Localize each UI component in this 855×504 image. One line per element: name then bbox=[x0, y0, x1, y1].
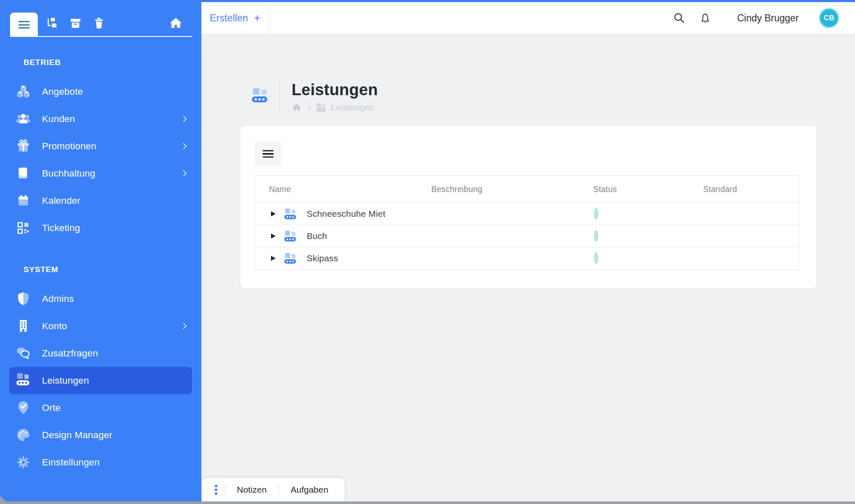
bell-icon[interactable] bbox=[699, 11, 712, 25]
sidebar-item-admins[interactable]: Admins bbox=[9, 285, 192, 312]
sidebar-item-label: Orte bbox=[42, 403, 61, 413]
calendar-icon bbox=[16, 193, 31, 208]
create-button-label: Erstellen bbox=[210, 13, 248, 24]
sidebar-nav: BETRIEB Angebote bbox=[0, 58, 201, 476]
sidebar-item-label: Kalender bbox=[42, 195, 81, 206]
map-pin-icon bbox=[16, 400, 31, 416]
sidebar: BETRIEB Angebote bbox=[0, 0, 201, 501]
tree-structure-icon[interactable] bbox=[44, 16, 59, 30]
book-icon bbox=[16, 166, 31, 181]
services-icon bbox=[284, 208, 297, 220]
sidebar-item-label: Einstellungen bbox=[42, 457, 100, 468]
users-icon bbox=[16, 111, 31, 127]
column-header-beschreibung: Beschreibung bbox=[431, 184, 593, 194]
chat-bubbles-icon bbox=[16, 346, 31, 361]
breadcrumb: Leistungen bbox=[292, 102, 378, 112]
trash-icon[interactable] bbox=[92, 16, 106, 30]
chevron-right-icon bbox=[180, 143, 187, 150]
user-name[interactable]: Cindy Brugger bbox=[737, 13, 799, 24]
sidebar-item-ticketing[interactable]: Ticketing bbox=[9, 214, 192, 242]
sidebar-item-promotionen[interactable]: Promotionen bbox=[9, 132, 192, 160]
sidebar-item-label: Ticketing bbox=[42, 223, 80, 234]
expand-caret-icon[interactable] bbox=[271, 234, 276, 239]
column-header-standard: Standard bbox=[703, 184, 799, 194]
sidebar-item-label: Angebote bbox=[42, 86, 83, 97]
sidebar-item-einstellungen[interactable]: Einstellungen bbox=[9, 449, 192, 476]
avatar[interactable]: CB bbox=[819, 8, 839, 28]
table-row[interactable]: Buch bbox=[255, 225, 799, 247]
page-header-divider bbox=[279, 81, 280, 113]
tab-notizen[interactable]: Notizen bbox=[225, 485, 279, 495]
breadcrumb-services-icon bbox=[316, 103, 327, 112]
sidebar-item-label: Konto bbox=[42, 321, 67, 332]
table-row[interactable]: Schneeschuhe Miet bbox=[255, 203, 799, 225]
status-active-dot bbox=[594, 252, 598, 264]
breadcrumb-home-icon[interactable] bbox=[292, 102, 302, 112]
menu-icon bbox=[18, 19, 30, 31]
status-active-dot bbox=[594, 208, 598, 219]
sidebar-item-label: Kunden bbox=[42, 114, 75, 125]
status-active-dot bbox=[594, 230, 598, 242]
menu-icon bbox=[263, 148, 274, 159]
top-accent-strip bbox=[0, 0, 855, 2]
shield-icon bbox=[16, 291, 31, 307]
sidebar-header bbox=[0, 0, 201, 37]
services-icon bbox=[284, 252, 297, 264]
table-menu-button[interactable] bbox=[255, 142, 282, 166]
sidebar-item-kalender[interactable]: Kalender bbox=[9, 187, 192, 214]
table-header-row: Name Beschreibung Status Standard bbox=[255, 176, 799, 203]
table-row[interactable]: Skipass bbox=[255, 247, 799, 269]
plus-icon: + bbox=[254, 12, 261, 25]
gift-icon bbox=[16, 138, 31, 154]
sidebar-item-orte[interactable]: Orte bbox=[9, 394, 192, 421]
archive-icon[interactable] bbox=[68, 16, 83, 30]
sidebar-item-konto[interactable]: Konto bbox=[9, 312, 192, 340]
chevron-right-icon bbox=[180, 323, 187, 330]
sidebar-header-underline bbox=[10, 36, 192, 37]
create-button[interactable]: Erstellen + bbox=[210, 2, 261, 34]
column-header-name: Name bbox=[255, 184, 431, 194]
sidebar-item-leistungen[interactable]: Leistungen bbox=[9, 367, 192, 394]
main-content: Leistungen bbox=[201, 34, 855, 501]
section-label-betrieb: BETRIEB bbox=[23, 58, 201, 67]
breadcrumb-current[interactable]: Leistungen bbox=[331, 102, 374, 112]
section-label-system: SYSTEM bbox=[23, 265, 201, 274]
page-header: Leistungen bbox=[251, 81, 378, 113]
sidebar-item-kunden[interactable]: Kunden bbox=[9, 105, 192, 132]
sidebar-item-zusatzfragen[interactable]: Zusatzfragen bbox=[9, 340, 192, 367]
service-name: Schneeschuhe Miet bbox=[307, 209, 386, 219]
sidebar-item-label: Admins bbox=[42, 294, 74, 304]
sidebar-item-label: Zusatzfragen bbox=[42, 348, 98, 359]
expand-caret-icon[interactable] bbox=[271, 211, 276, 216]
sidebar-item-label: Promotionen bbox=[42, 141, 96, 152]
sidebar-item-angebote[interactable]: Angebote bbox=[9, 78, 192, 105]
kebab-menu-icon[interactable] bbox=[206, 485, 225, 495]
page-title: Leistungen bbox=[292, 81, 378, 99]
sidebar-item-design-manager[interactable]: Design Manager bbox=[9, 421, 192, 449]
service-name: Skipass bbox=[307, 253, 338, 263]
sidebar-item-buchhaltung[interactable]: Buchhaltung bbox=[9, 160, 192, 187]
column-header-status: Status bbox=[593, 184, 703, 194]
tab-aufgaben[interactable]: Aufgaben bbox=[279, 485, 340, 495]
services-icon bbox=[16, 373, 31, 388]
sidebar-item-label: Leistungen bbox=[42, 375, 89, 386]
bottom-tabs-panel: Notizen Aufgaben bbox=[202, 478, 344, 501]
palette-icon bbox=[16, 427, 31, 443]
cubes-icon bbox=[16, 84, 31, 99]
services-table: Name Beschreibung Status Standard bbox=[255, 175, 799, 270]
expand-caret-icon[interactable] bbox=[271, 256, 276, 261]
service-name: Buch bbox=[307, 231, 327, 241]
services-icon bbox=[284, 230, 297, 242]
home-icon[interactable] bbox=[169, 16, 183, 30]
search-icon[interactable] bbox=[673, 11, 686, 25]
avatar-initials: CB bbox=[824, 14, 834, 22]
chevron-right-icon bbox=[180, 116, 187, 122]
topbar-divider bbox=[268, 2, 269, 34]
qr-code-icon bbox=[16, 220, 31, 236]
sidebar-item-label: Buchhaltung bbox=[42, 168, 95, 179]
topbar: Erstellen + Cindy Brugger CB bbox=[201, 0, 855, 34]
sidebar-menu-tab[interactable] bbox=[10, 13, 38, 37]
chevron-right-icon bbox=[180, 170, 187, 177]
services-card: Name Beschreibung Status Standard bbox=[240, 126, 816, 288]
gear-icon bbox=[16, 455, 31, 470]
